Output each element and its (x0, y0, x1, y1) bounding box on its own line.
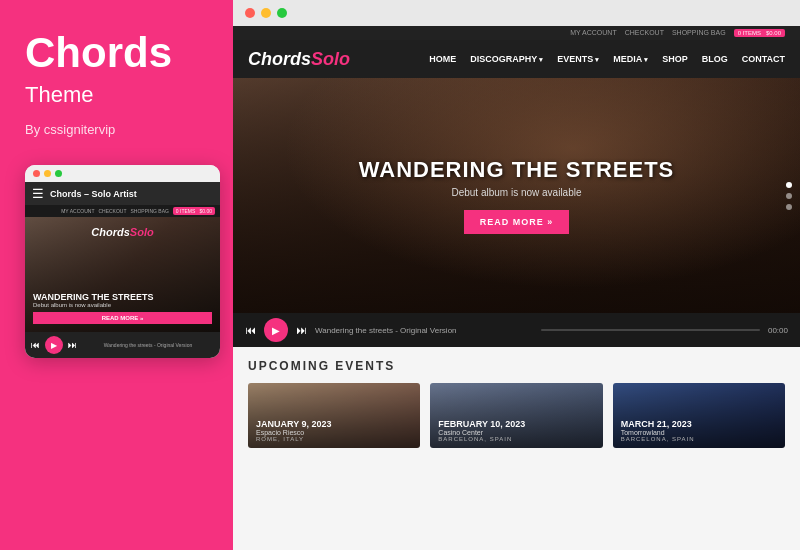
mobile-hero-title: WANDERING THE STREETS (33, 292, 212, 302)
site-nav-links: HOME DISCOGRAPHY EVENTS MEDIA SHOP BLOG … (429, 54, 785, 64)
theme-author: By cssignitervip (25, 122, 205, 137)
event-3-venue: Tomorrowland (621, 429, 777, 436)
browser-dot-red (245, 8, 255, 18)
mobile-dot-green (55, 170, 62, 177)
player-time: 00:00 (768, 326, 788, 335)
mobile-player-label: Wandering the streets - Original Version (82, 342, 214, 348)
player-prev-icon[interactable]: ⏮ (245, 324, 256, 336)
site-nav: ChordsSolo HOME DISCOGRAPHY EVENTS MEDIA… (233, 40, 800, 78)
mobile-logo-text: ChordsSolo (91, 226, 153, 238)
nav-blog[interactable]: BLOG (702, 54, 728, 64)
event-2-venue: Casino Center (438, 429, 594, 436)
hero-dots (786, 182, 792, 210)
browser-dot-yellow (261, 8, 271, 18)
event-1-location: ROME, ITALY (256, 436, 412, 442)
mobile-chrome-dots (25, 165, 220, 182)
mobile-logo: ChordsSolo (91, 222, 153, 240)
mobile-play-button[interactable]: ▶ (45, 336, 63, 354)
event-2-date: FEBRUARY 10, 2023 (438, 419, 594, 429)
mobile-next-icon[interactable]: ⏭ (68, 340, 77, 350)
mobile-bar-title: Chords – Solo Artist (50, 189, 137, 199)
mobile-read-more-button[interactable]: READ MORE » (33, 312, 212, 324)
hero-content: WANDERING THE STREETS Debut album is now… (359, 157, 675, 234)
hero-read-more-button[interactable]: READ MORE » (464, 210, 570, 234)
nav-cart-count: 0 ITEMS $0.00 (734, 29, 785, 37)
nav-discography[interactable]: DISCOGRAPHY (470, 54, 543, 64)
browser-chrome (233, 0, 800, 26)
event-3-location: BARCELONA, SPAIN (621, 436, 777, 442)
browser-dot-green (277, 8, 287, 18)
nav-my-account[interactable]: MY ACCOUNT (570, 29, 617, 37)
nav-contact[interactable]: CONTACT (742, 54, 785, 64)
player-progress-bar[interactable] (541, 329, 759, 331)
mobile-links-bar: MY ACCOUNT CHECKOUT SHOPPING BAG 0 ITEMS… (25, 205, 220, 217)
event-2-location: BARCELONA, SPAIN (438, 436, 594, 442)
mobile-my-account: MY ACCOUNT (61, 208, 94, 214)
hero-dot-3[interactable] (786, 204, 792, 210)
events-section: UPCOMING EVENTS JANUARY 9, 2023 Espacio … (233, 347, 800, 550)
mobile-mockup: ☰ Chords – Solo Artist MY ACCOUNT CHECKO… (25, 165, 220, 358)
mobile-checkout: CHECKOUT (98, 208, 126, 214)
theme-subtitle: Theme (25, 82, 205, 108)
mobile-hero-sub: Debut album is now available (33, 302, 212, 308)
mobile-cart-count: 0 ITEMS $0.00 (173, 207, 215, 215)
audio-player: ⏮ ▶ ⏭ Wandering the streets - Original V… (233, 313, 800, 347)
event-3-date: MARCH 21, 2023 (621, 419, 777, 429)
hero-dot-2[interactable] (786, 193, 792, 199)
nav-events[interactable]: EVENTS (557, 54, 599, 64)
mobile-shopping-bag: SHOPPING BAG (131, 208, 169, 214)
event-1-date: JANUARY 9, 2023 (256, 419, 412, 429)
left-panel: Chords Theme By cssignitervip ☰ Chords –… (0, 0, 230, 550)
nav-shop[interactable]: SHOP (662, 54, 688, 64)
event-1-venue: Espacio Riesco (256, 429, 412, 436)
right-panel: MY ACCOUNT CHECKOUT SHOPPING BAG 0 ITEMS… (230, 0, 800, 550)
mobile-hero: ChordsSolo WANDERING THE STREETS Debut a… (25, 217, 220, 332)
nav-checkout[interactable]: CHECKOUT (625, 29, 664, 37)
site-nav-top: MY ACCOUNT CHECKOUT SHOPPING BAG 0 ITEMS… (233, 26, 800, 40)
mobile-player: ⏮ ▶ ⏭ Wandering the streets - Original V… (25, 332, 220, 358)
nav-media[interactable]: MEDIA (613, 54, 648, 64)
nav-home[interactable]: HOME (429, 54, 456, 64)
hero-subtitle: Debut album is now available (359, 187, 675, 198)
nav-shopping-bag[interactable]: SHOPPING BAG (672, 29, 726, 37)
event-card-2[interactable]: FEBRUARY 10, 2023 Casino Center BARCELON… (430, 383, 602, 448)
event-card-3[interactable]: MARCH 21, 2023 Tomorrowland BARCELONA, S… (613, 383, 785, 448)
player-next-icon[interactable]: ⏭ (296, 324, 307, 336)
player-play-button[interactable]: ▶ (264, 318, 288, 342)
site-hero: WANDERING THE STREETS Debut album is now… (233, 78, 800, 313)
mobile-prev-icon[interactable]: ⏮ (31, 340, 40, 350)
mobile-dot-red (33, 170, 40, 177)
events-grid: JANUARY 9, 2023 Espacio Riesco ROME, ITA… (248, 383, 785, 448)
events-heading: UPCOMING EVENTS (248, 359, 785, 373)
hero-title: WANDERING THE STREETS (359, 157, 675, 183)
event-card-1[interactable]: JANUARY 9, 2023 Espacio Riesco ROME, ITA… (248, 383, 420, 448)
hero-dot-1[interactable] (786, 182, 792, 188)
theme-title: Chords (25, 30, 205, 76)
site-logo: ChordsSolo (248, 49, 350, 70)
player-track-label: Wandering the streets - Original Version (315, 326, 533, 335)
hamburger-icon[interactable]: ☰ (32, 186, 44, 201)
mobile-nav-bar: ☰ Chords – Solo Artist (25, 182, 220, 205)
website-mockup: MY ACCOUNT CHECKOUT SHOPPING BAG 0 ITEMS… (233, 26, 800, 550)
mobile-dot-yellow (44, 170, 51, 177)
